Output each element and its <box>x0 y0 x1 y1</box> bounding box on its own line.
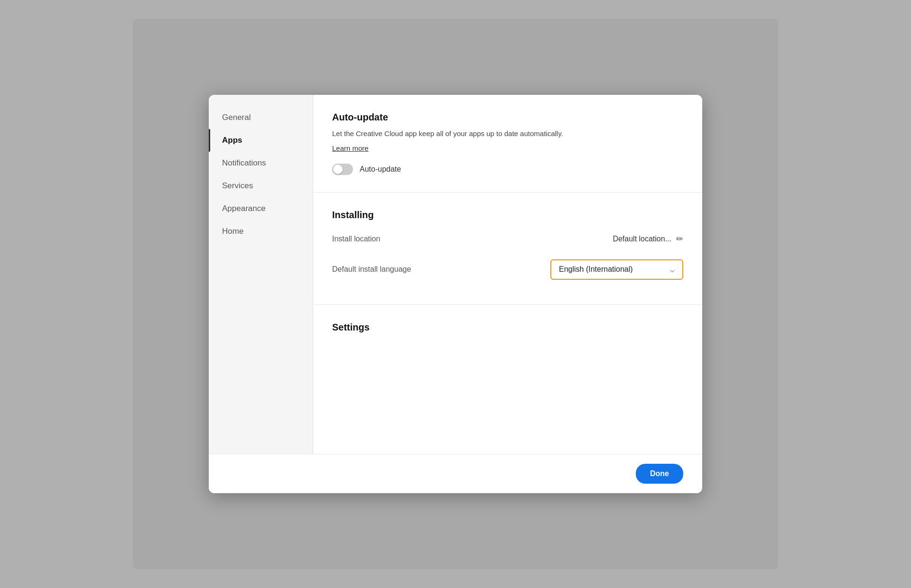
done-button[interactable]: Done <box>636 464 683 484</box>
learn-more-link[interactable]: Learn more <box>332 144 369 152</box>
auto-update-toggle-label: Auto-update <box>360 165 401 174</box>
install-location-row: Install location Default location... ✏ <box>332 226 683 252</box>
auto-update-description: Let the Creative Cloud app keep all of y… <box>332 129 683 139</box>
language-dropdown[interactable]: English (International) ⌵ <box>550 259 683 280</box>
chevron-down-icon: ⌵ <box>670 265 675 274</box>
installing-section: Installing Install location Default loca… <box>313 193 702 305</box>
auto-update-title: Auto-update <box>332 112 683 123</box>
installing-title: Installing <box>332 210 683 220</box>
sidebar-item-general[interactable]: General <box>209 106 313 129</box>
auto-update-toggle[interactable] <box>332 164 353 175</box>
auto-update-section: Auto-update Let the Creative Cloud app k… <box>313 95 702 193</box>
default-language-row: Default install language English (Intern… <box>332 252 683 287</box>
sidebar-item-notifications[interactable]: Notifications <box>209 152 313 175</box>
sidebar-item-services[interactable]: Services <box>209 175 313 197</box>
sidebar-item-home[interactable]: Home <box>209 220 313 243</box>
sidebar-item-appearance[interactable]: Appearance <box>209 197 313 220</box>
settings-section: Settings <box>313 305 702 356</box>
auto-update-toggle-row: Auto-update <box>332 164 683 175</box>
outer-background: General Apps Notifications Services Appe… <box>133 19 778 569</box>
language-dropdown-wrapper: English (International) ⌵ <box>550 259 683 280</box>
sidebar: General Apps Notifications Services Appe… <box>209 95 313 454</box>
install-location-value-group: Default location... ✏ <box>613 234 683 244</box>
settings-title: Settings <box>332 322 683 333</box>
language-dropdown-value: English (International) <box>559 265 633 274</box>
settings-dialog: General Apps Notifications Services Appe… <box>209 95 702 493</box>
dialog-footer: Done <box>209 454 702 493</box>
install-location-value: Default location... <box>613 235 671 243</box>
default-language-label: Default install language <box>332 265 411 274</box>
toggle-knob <box>333 165 343 174</box>
edit-icon[interactable]: ✏ <box>676 234 683 244</box>
install-location-label: Install location <box>332 235 380 243</box>
dialog-body: General Apps Notifications Services Appe… <box>209 95 702 454</box>
sidebar-item-apps[interactable]: Apps <box>209 129 313 152</box>
main-content: Auto-update Let the Creative Cloud app k… <box>313 95 702 454</box>
